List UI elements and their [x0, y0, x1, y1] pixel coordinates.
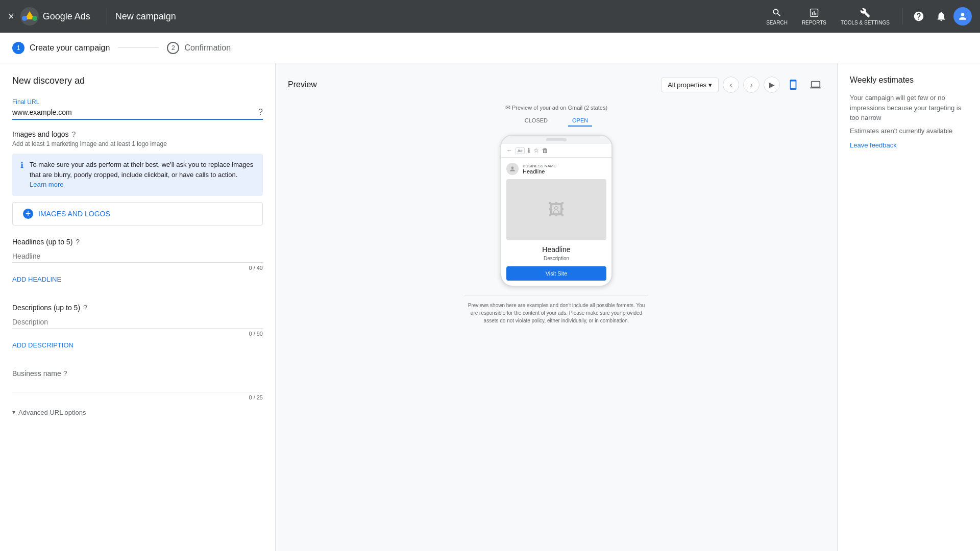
headline-char-count: 0 / 40 [12, 265, 263, 271]
ad-type-title: New discovery ad [12, 76, 263, 86]
preview-header: Preview All properties ▾ ‹ › ▶ [288, 76, 825, 94]
business-name-label: Business name ? [12, 369, 263, 378]
all-properties-button[interactable]: All properties ▾ [661, 78, 719, 92]
plus-icon: + [23, 209, 33, 219]
reports-nav-button[interactable]: REPORTS [796, 4, 832, 30]
info-icon: ℹ [20, 160, 23, 170]
info-box: ℹ To make sure your ads perform at their… [12, 154, 263, 196]
trash-icon[interactable]: 🗑 [542, 147, 548, 154]
info-box-text: To make sure your ads perform at their b… [30, 160, 255, 190]
final-url-label: Final URL [12, 98, 263, 106]
left-panel: New discovery ad Final URL ? Images and … [0, 63, 276, 551]
step-2: 2 Confirmation [167, 42, 231, 54]
final-url-input[interactable] [12, 108, 258, 116]
headlines-section: Headlines (up to 5) ? 0 / 40 ADD HEADLIN… [12, 238, 263, 293]
nav-divider [107, 8, 107, 24]
all-properties-label: All properties [668, 81, 706, 89]
email-toolbar: ← Ad ℹ ☆ 🗑 [501, 144, 611, 158]
help-button[interactable] [909, 6, 929, 27]
close-button[interactable]: × [8, 11, 14, 22]
business-name-input[interactable] [12, 380, 263, 392]
breadcrumb: 1 Create your campaign 2 Confirmation [0, 33, 980, 63]
weekly-estimates-title: Weekly estimates [850, 76, 968, 85]
mobile-icon [788, 79, 799, 90]
info-toolbar-icon[interactable]: ℹ [528, 147, 530, 154]
svg-rect-6 [815, 13, 816, 14]
open-state-tab[interactable]: OPEN [568, 115, 592, 127]
advanced-url-toggle[interactable]: ▾ Advanced URL options [12, 409, 263, 416]
ad-business-name: BUSINESS NAME [523, 164, 556, 168]
weekly-estimates-note: Estimates aren't currently available [850, 127, 968, 135]
learn-more-link[interactable]: Learn more [30, 181, 63, 188]
add-images-button[interactable]: + IMAGES AND LOGOS [12, 202, 263, 226]
desktop-icon [810, 79, 821, 90]
add-headline-link[interactable]: ADD HEADLINE [12, 276, 61, 283]
reports-icon [809, 8, 819, 18]
sender-info: BUSINESS NAME Headline [523, 164, 556, 174]
gmail-preview-label: ✉ Preview of your ad on Gmail (2 states) [288, 104, 825, 111]
chevron-down-icon: ▾ [12, 409, 15, 416]
desktop-view-button[interactable] [806, 76, 825, 94]
business-char-count: 0 / 25 [12, 394, 263, 400]
leave-feedback-link[interactable]: Leave feedback [850, 141, 897, 149]
phone-mockup: ← Ad ℹ ☆ 🗑 BUSINESS NAME Headline � [500, 135, 612, 287]
search-nav-label: SEARCH [766, 20, 788, 26]
images-help-icon[interactable]: ? [72, 130, 76, 138]
campaign-title: New campaign [115, 11, 176, 22]
user-avatar[interactable] [953, 7, 972, 26]
phone-notch [546, 138, 567, 141]
tools-nav-button[interactable]: TOOLS & SETTINGS [835, 4, 896, 30]
headlines-title: Headlines (up to 5) ? [12, 238, 263, 246]
preview-title: Preview [288, 80, 317, 89]
phone-top [501, 136, 611, 144]
nav-icons: SEARCH REPORTS TOOLS & SETTINGS [760, 4, 972, 30]
description-input[interactable] [12, 316, 263, 329]
sender-row: BUSINESS NAME Headline [506, 163, 606, 175]
google-ads-logo [20, 7, 39, 26]
main-layout: New discovery ad Final URL ? Images and … [0, 63, 980, 551]
ad-badge: Ad [516, 147, 525, 154]
images-section-title: Images and logos ? [12, 130, 263, 138]
description-char-count: 0 / 90 [12, 331, 263, 337]
play-icon: ▶ [769, 81, 775, 89]
nav-separator [902, 8, 902, 24]
email-content: BUSINESS NAME Headline 🖼 Headline Descri… [501, 158, 611, 286]
dropdown-arrow-icon: ▾ [708, 81, 712, 89]
bell-icon [936, 11, 947, 22]
add-images-label: IMAGES AND LOGOS [38, 210, 110, 218]
help-icon [913, 11, 924, 22]
preview-disclaimer: Previews shown here are examples and don… [464, 295, 648, 324]
business-help-icon[interactable]: ? [63, 369, 67, 378]
images-section-subtitle: Add at least 1 marketing image and at le… [12, 140, 263, 147]
app-name: Google Ads [43, 11, 90, 22]
step2-label: Confirmation [184, 43, 231, 53]
star-icon[interactable]: ☆ [533, 147, 539, 154]
visit-site-button[interactable]: Visit Site [506, 266, 606, 281]
step2-circle: 2 [167, 42, 179, 54]
notifications-button[interactable] [931, 6, 951, 27]
ad-description: Description [506, 256, 606, 261]
tools-icon [860, 8, 870, 18]
final-url-help-icon[interactable]: ? [258, 108, 263, 117]
gmail-state-tabs: CLOSED OPEN [288, 115, 825, 127]
closed-state-tab[interactable]: CLOSED [521, 115, 552, 127]
headline-input[interactable] [12, 250, 263, 263]
ad-headline-small: Headline [523, 168, 556, 174]
step1-label: Create your campaign [30, 43, 110, 53]
headlines-help-icon[interactable]: ? [76, 238, 80, 246]
svg-point-2 [22, 16, 27, 21]
step-1: 1 Create your campaign [12, 42, 110, 54]
tools-nav-label: TOOLS & SETTINGS [841, 20, 890, 26]
descriptions-title: Descriptions (up to 5) ? [12, 304, 263, 312]
play-button[interactable]: ▶ [764, 77, 780, 93]
left-arrow-icon: ‹ [730, 81, 732, 89]
step1-circle: 1 [12, 42, 24, 54]
next-arrow-button[interactable]: › [743, 77, 760, 93]
business-section: Business name ? 0 / 25 [12, 369, 263, 400]
descriptions-help-icon[interactable]: ? [83, 304, 87, 312]
add-description-link[interactable]: ADD DESCRIPTION [12, 341, 74, 349]
back-icon[interactable]: ← [506, 147, 512, 154]
mobile-view-button[interactable] [784, 76, 802, 94]
search-nav-button[interactable]: SEARCH [760, 4, 794, 30]
prev-arrow-button[interactable]: ‹ [723, 77, 739, 93]
